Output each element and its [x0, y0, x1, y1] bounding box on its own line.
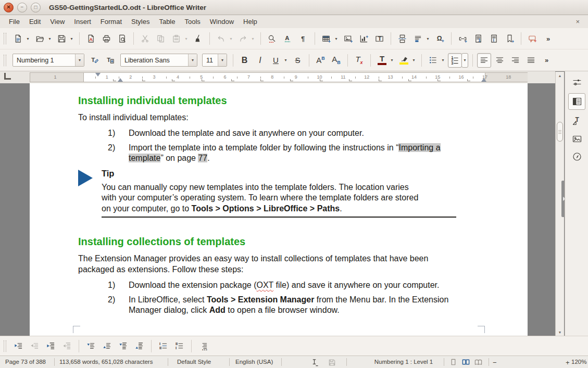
find-replace-button[interactable] — [265, 31, 279, 46]
new-style-button[interactable]: T — [103, 53, 117, 68]
menu-insert[interactable]: Insert — [69, 18, 96, 26]
close-document-button[interactable]: × — [576, 18, 580, 26]
align-justify-button[interactable] — [524, 53, 538, 68]
menu-view[interactable]: View — [45, 18, 69, 26]
first-line-indent-marker[interactable] — [95, 73, 101, 77]
promote-button[interactable] — [28, 339, 42, 353]
print-button[interactable] — [99, 31, 114, 46]
insert-table-button[interactable]: + — [319, 31, 333, 46]
toolbar-grip-3[interactable] — [4, 340, 6, 352]
zoom-level-status[interactable]: 120% — [571, 359, 586, 365]
outline-level-status[interactable]: Numbering 1 : Level 1 — [359, 359, 448, 365]
numbered-list-button[interactable]: 123 — [448, 53, 462, 68]
insert-field-dropdown[interactable]: ▾ — [424, 31, 431, 46]
section-heading[interactable]: Installing collections of templates — [78, 236, 468, 248]
menu-help[interactable]: Help — [239, 18, 262, 26]
open-dropdown[interactable]: ▾ — [46, 31, 53, 46]
open-button[interactable] — [33, 31, 47, 46]
redo-button[interactable] — [236, 31, 250, 46]
align-left-button[interactable] — [477, 53, 491, 68]
horizontal-ruler[interactable]: 1123456789101112131415161718 — [30, 72, 528, 82]
multi-page-view-button[interactable] — [460, 358, 471, 367]
tab-stop-type-selector[interactable] — [4, 73, 11, 80]
font-color-dropdown[interactable]: ▾ — [389, 53, 395, 68]
new-document-button[interactable] — [11, 31, 25, 46]
menu-tools[interactable]: Tools — [180, 18, 205, 26]
print-preview-button[interactable] — [115, 31, 129, 46]
word-count-status[interactable]: 113,658 words, 651,028 characters — [59, 359, 153, 365]
move-down-button[interactable] — [84, 339, 98, 353]
bullet-list-dropdown[interactable]: ▾ — [440, 53, 446, 68]
page-style-status[interactable]: Default Style — [177, 359, 211, 365]
sidebar-tab-properties[interactable] — [568, 93, 585, 110]
move-up-button[interactable] — [100, 339, 114, 353]
paragraph[interactable]: To install individual templates: — [78, 112, 468, 123]
zoom-out-button[interactable]: − — [493, 359, 497, 366]
superscript-button[interactable]: AB — [314, 53, 328, 68]
scrollbar-thumb[interactable] — [557, 122, 563, 142]
insert-endnote-button[interactable]: i — [487, 31, 501, 46]
insert-special-character-button[interactable]: Ω+ — [433, 31, 447, 46]
italic-button[interactable]: I — [253, 53, 267, 68]
zoom-in-button[interactable]: + — [566, 359, 570, 366]
insert-unnumbered-entry-button[interactable]: III — [156, 339, 170, 353]
align-right-button[interactable] — [508, 53, 522, 68]
list-item[interactable]: 1)Download the template and save it anyw… — [78, 128, 468, 139]
right-indent-marker[interactable] — [481, 78, 486, 82]
new-document-dropdown[interactable]: ▾ — [24, 31, 31, 46]
save-dropdown[interactable]: ▾ — [68, 31, 75, 46]
font-size-combo-dropdown[interactable]: ▾ — [218, 54, 227, 66]
font-name-combo-dropdown[interactable]: ▾ — [188, 54, 197, 66]
demote-button[interactable] — [11, 339, 26, 353]
insert-pagebreak-button[interactable] — [395, 31, 409, 46]
undo-dropdown[interactable]: ▾ — [228, 31, 234, 46]
menu-file[interactable]: File — [4, 18, 24, 26]
export-pdf-button[interactable]: A — [84, 31, 98, 46]
insert-textbox-button[interactable]: T — [372, 31, 386, 46]
cross-reference-field[interactable]: Importing a — [398, 143, 440, 152]
menu-edit[interactable]: Edit — [24, 18, 45, 26]
sidebar-tab-navigator[interactable] — [571, 151, 583, 162]
strikethrough-button[interactable]: S — [291, 53, 305, 68]
numbered-list-dropdown[interactable]: ▾ — [461, 53, 468, 68]
sidebar-tab-gallery[interactable] — [571, 133, 583, 145]
clear-formatting-button[interactable]: Tx — [352, 53, 366, 68]
sidebar-tab-sidebar-settings[interactable] — [571, 77, 583, 88]
bullets-numbering-dialog-button[interactable]: … — [196, 339, 210, 353]
align-center-button[interactable] — [493, 53, 507, 68]
copy-button[interactable] — [154, 31, 168, 46]
cross-reference-field[interactable]: 77 — [198, 154, 207, 162]
minimize-window-button[interactable]: − — [17, 3, 27, 12]
promote-subpoints-button[interactable] — [60, 339, 74, 353]
bullet-list-button[interactable] — [426, 53, 440, 68]
menu-styles[interactable]: Styles — [127, 18, 154, 26]
insert-field-button[interactable] — [411, 31, 425, 46]
font-name-combo[interactable]: Liberation Sans▾ — [120, 54, 197, 67]
paragraph-style-combo-dropdown[interactable]: ▾ — [75, 54, 84, 66]
insert-chart-button[interactable]: + — [357, 31, 371, 46]
update-style-button[interactable]: T — [87, 53, 102, 68]
paste-button[interactable] — [169, 31, 183, 46]
list-item[interactable]: 2)Import the template into a template fo… — [78, 143, 468, 164]
highlight-color-button[interactable] — [397, 53, 411, 68]
undo-button[interactable] — [214, 31, 228, 46]
scroll-down-arrow[interactable]: ▼ — [556, 328, 564, 336]
maximize-window-button[interactable]: □ — [31, 3, 41, 12]
insert-footnote-button[interactable]: 1 — [471, 31, 485, 46]
insert-image-button[interactable]: + — [341, 31, 355, 46]
left-indent-marker[interactable] — [118, 78, 123, 82]
cross-reference-field[interactable]: template — [129, 154, 160, 162]
toolbar-overflow-button[interactable]: » — [541, 31, 555, 46]
menu-format[interactable]: Format — [96, 18, 127, 26]
language-status[interactable]: English (USA) — [235, 359, 273, 365]
document-page[interactable]: Installing individual templatesTo instal… — [30, 83, 528, 336]
insert-hyperlink-button[interactable]: + — [456, 31, 470, 46]
toolbar-grip-2[interactable] — [4, 55, 6, 66]
underline-button[interactable]: U — [269, 53, 283, 68]
sidebar-tab-styles[interactable]: T — [571, 116, 583, 127]
insert-mode-icon[interactable] — [308, 358, 320, 367]
list-item[interactable]: 1)Download the extension package (OXT fi… — [78, 280, 468, 291]
formatting-marks-button[interactable]: ¶ — [296, 31, 310, 46]
underline-dropdown[interactable]: ▾ — [282, 53, 289, 68]
toolbar-grip[interactable] — [4, 33, 6, 44]
